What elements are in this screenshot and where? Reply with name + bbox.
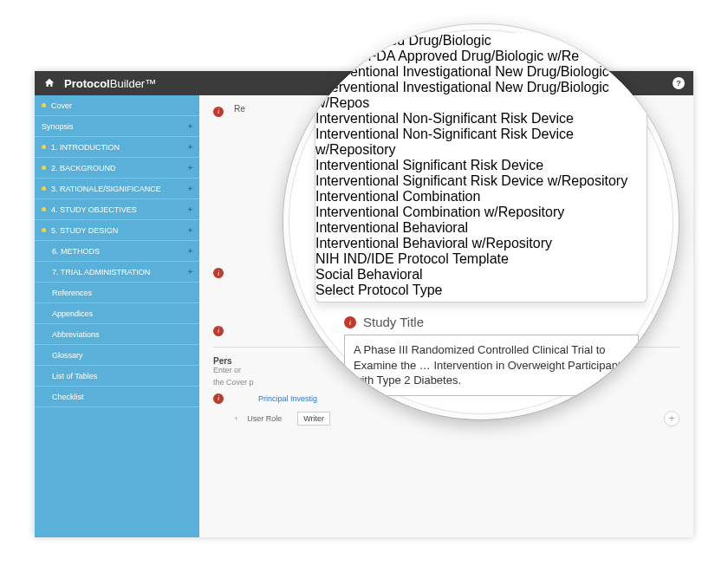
sidebar-item-trial-admin[interactable]: 7. TRIAL ADMINISTRATION+ bbox=[35, 262, 199, 283]
brand-tm: ™ bbox=[145, 77, 156, 90]
sidebar-item-cover[interactable]: Cover bbox=[35, 95, 199, 116]
sidebar: Cover Synopsis+ 1. INTRODUCTION+ 2. BACK… bbox=[35, 95, 199, 537]
sidebar-item-label: 3. RATIONALE/SIGNIFICANCE bbox=[51, 185, 161, 193]
dropdown-option[interactable]: Interventional Investigational New Drug/… bbox=[315, 64, 647, 80]
dropdown-option[interactable]: Interventional Significant Risk Device w… bbox=[315, 173, 647, 189]
expand-icon[interactable]: + bbox=[188, 164, 192, 172]
sidebar-item-methods[interactable]: 6. METHODS+ bbox=[35, 241, 199, 262]
sidebar-item-list-of-tables[interactable]: List of Tables bbox=[35, 366, 199, 387]
sidebar-item-label: 1. INTRODUCTION bbox=[51, 143, 120, 152]
study-title-label: Study Title bbox=[363, 315, 424, 329]
sidebar-item-study-design[interactable]: 5. STUDY DESIGN+ bbox=[35, 220, 199, 241]
brand-bold: Protocol bbox=[64, 77, 110, 90]
sidebar-item-checklist[interactable]: Checklist bbox=[35, 387, 199, 407]
dropdown-option[interactable]: Interventional Combination bbox=[315, 189, 647, 205]
sidebar-item-label: 6. METHODS bbox=[52, 247, 100, 256]
expand-icon[interactable]: + bbox=[188, 205, 192, 214]
sidebar-item-label: Appendices bbox=[52, 309, 93, 318]
expand-icon[interactable]: + bbox=[188, 143, 192, 152]
dropdown-option-selected[interactable]: Social Behavioral bbox=[315, 267, 647, 283]
dropdown-option[interactable]: Interventional Combination w/Repository bbox=[315, 205, 647, 220]
protocol-type-dropdown[interactable]: FDA Approved Drug/Biologic entional FDA … bbox=[315, 33, 647, 302]
dropdown-option[interactable]: Interventional Behavioral w/Repository bbox=[315, 236, 647, 251]
sidebar-item-references[interactable]: References bbox=[35, 283, 199, 303]
expand-icon[interactable]: + bbox=[188, 122, 192, 131]
info-icon[interactable]: i bbox=[213, 268, 224, 278]
dropdown-option[interactable]: Interventional Non-Significant Risk Devi… bbox=[315, 111, 647, 127]
dropdown-option[interactable]: entional FDA Approved Drug/Biologic w/Re bbox=[315, 49, 647, 64]
dropdown-option[interactable]: Interventional Investigational New Drug/… bbox=[315, 80, 647, 111]
info-icon[interactable]: i bbox=[344, 316, 356, 328]
sidebar-item-objectives[interactable]: 4. STUDY OBJECTIVES+ bbox=[35, 199, 199, 220]
sidebar-item-introduction[interactable]: 1. INTRODUCTION+ bbox=[35, 137, 199, 158]
principal-investigator-label[interactable]: Principal Investig bbox=[258, 394, 317, 403]
user-role-label: User Role bbox=[247, 414, 282, 423]
sidebar-item-label: List of Tables bbox=[52, 372, 97, 380]
sidebar-item-glossary[interactable]: Glossary bbox=[35, 345, 199, 366]
brand-light: Builder bbox=[110, 77, 145, 90]
dropdown-option[interactable]: Interventional Significant Risk Device bbox=[315, 158, 647, 173]
sidebar-item-abbreviations[interactable]: Abbreviations bbox=[35, 324, 199, 345]
sidebar-item-label: 7. TRIAL ADMINISTRATION bbox=[52, 268, 150, 276]
brand-text: ProtocolBuilder™ bbox=[64, 77, 156, 90]
add-role-icon[interactable]: + bbox=[234, 414, 238, 423]
expand-icon[interactable]: + bbox=[188, 226, 192, 235]
expand-icon[interactable]: + bbox=[188, 247, 192, 256]
info-icon[interactable]: i bbox=[213, 326, 224, 336]
expand-icon[interactable]: + bbox=[188, 268, 192, 276]
dropdown-option[interactable]: Interventional Behavioral bbox=[315, 220, 647, 236]
dropdown-option[interactable]: FDA Approved Drug/Biologic bbox=[315, 33, 647, 49]
info-icon[interactable]: i bbox=[213, 393, 224, 404]
help-icon[interactable]: ? bbox=[673, 77, 685, 89]
section-label: Re bbox=[234, 104, 245, 114]
sidebar-item-appendices[interactable]: Appendices bbox=[35, 303, 199, 324]
dropdown-option[interactable]: Interventional Non-Significant Risk Devi… bbox=[315, 127, 647, 158]
sidebar-item-background[interactable]: 2. BACKGROUND+ bbox=[35, 158, 199, 179]
user-role-value[interactable]: Writer bbox=[297, 412, 330, 426]
sidebar-item-label: 4. STUDY OBJECTIVES bbox=[51, 205, 137, 214]
add-button[interactable]: + bbox=[664, 411, 679, 426]
sidebar-item-label: Synopsis bbox=[42, 122, 74, 131]
sidebar-item-label: 5. STUDY DESIGN bbox=[51, 226, 118, 235]
dropdown-option[interactable]: NIH IND/IDE Protocol Template bbox=[315, 251, 647, 267]
sidebar-item-label: 2. BACKGROUND bbox=[51, 164, 116, 172]
sidebar-item-synopsis[interactable]: Synopsis+ bbox=[35, 116, 199, 137]
info-icon[interactable]: i bbox=[213, 107, 224, 117]
magnifier-lens: Layout FDA Approved Drug/Biologic ention… bbox=[283, 24, 679, 419]
sidebar-item-label: Checklist bbox=[52, 393, 84, 401]
expand-icon[interactable]: + bbox=[188, 185, 192, 193]
sidebar-item-label: Abbreviations bbox=[52, 330, 100, 339]
sidebar-item-label: Cover bbox=[51, 101, 72, 110]
sidebar-item-rationale[interactable]: 3. RATIONALE/SIGNIFICANCE+ bbox=[35, 179, 199, 199]
sidebar-item-label: References bbox=[52, 289, 92, 297]
dropdown-option-placeholder[interactable]: Select Protocol Type bbox=[315, 283, 647, 298]
home-icon[interactable] bbox=[43, 77, 55, 89]
sidebar-item-label: Glossary bbox=[52, 351, 83, 360]
